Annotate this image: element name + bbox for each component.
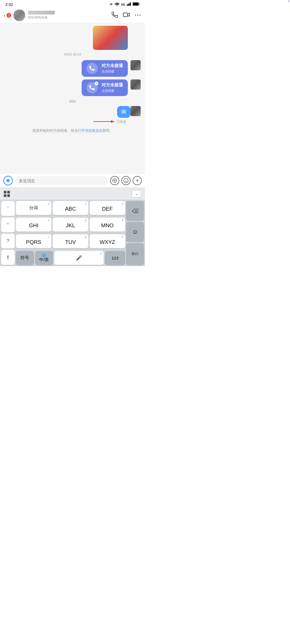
image-message: [4, 26, 141, 50]
backspace-key[interactable]: [126, 201, 144, 221]
contact-name: [28, 11, 55, 14]
delivery-label: 已送达: [117, 119, 126, 124]
missed-call-text-1: 对方未接通 点击回拨: [102, 63, 123, 74]
key-lang-label: 中/英: [39, 257, 49, 263]
timestamp-1: 04/12 20:14: [4, 53, 141, 56]
key-7-label: PQRS: [26, 239, 41, 245]
notification-text: 想及时收到对方的回复，快去打开消息推送设置吧。: [10, 128, 135, 134]
keyboard-bottom-row: 符号 🌐 中/英 0 🎤 123: [15, 250, 126, 266]
video-call-icon[interactable]: [123, 12, 130, 19]
question-key[interactable]: ?: [1, 234, 15, 249]
unread-badge: 2: [6, 13, 11, 18]
missed-call-bubble-1[interactable]: ✕ 对方未接通 点击回拨: [82, 60, 128, 77]
key-symbol-label: 符号: [20, 255, 29, 261]
missed-call-phone-icon-1: ✕: [86, 63, 98, 74]
battery-icon: [133, 2, 140, 7]
more-icon[interactable]: ···: [135, 12, 141, 19]
apostrophe-key[interactable]: ': [1, 201, 15, 216]
back-button[interactable]: ‹ 2: [4, 13, 11, 18]
5g-badge: 5G: [121, 3, 125, 6]
key-lang[interactable]: 🌐 中/英: [35, 251, 53, 265]
voice-record-button[interactable]: [3, 176, 13, 185]
key-zero-mic: 🎤: [76, 255, 82, 261]
key-1-label: 分词: [29, 205, 38, 211]
key-3-def[interactable]: 3 DEF: [90, 201, 125, 215]
emoji-face-icon: ☺: [132, 228, 138, 235]
key-2-abc[interactable]: 2 ABC: [53, 201, 88, 215]
key-4-label: GHI: [29, 222, 38, 229]
missed-call-message-1: ✕ 对方未接通 点击回拨: [4, 60, 141, 77]
keyboard-row-3: 7 PQRS 8 TUV 9 WXYZ: [15, 233, 126, 250]
svg-rect-4: [130, 2, 131, 6]
key-symbol[interactable]: 符号: [16, 251, 34, 265]
notification-link[interactable]: 打开消息推送设置: [78, 129, 106, 133]
enter-key[interactable]: 换行: [126, 243, 144, 265]
voice-emoji-button[interactable]: [110, 176, 119, 185]
key-4-num: 4: [48, 219, 50, 222]
key-3-num: 3: [122, 202, 123, 205]
missed-call-bubble-2[interactable]: ✕ 对方未接通 点击回拨: [82, 79, 128, 96]
key-5-num: 5: [85, 219, 86, 222]
add-button[interactable]: +: [133, 176, 142, 185]
user-avatar-out: [130, 106, 141, 116]
contact-info: 30分钟内在线: [28, 11, 112, 20]
key-3-label: DEF: [102, 206, 113, 212]
key-6-label: MNO: [101, 222, 114, 229]
key-8-tuv[interactable]: 8 TUV: [53, 234, 88, 248]
svg-rect-3: [129, 3, 130, 6]
delivery-arrow-icon: [93, 119, 115, 124]
keyboard-toolbar-left: [4, 191, 10, 197]
svg-marker-10: [111, 120, 115, 123]
svg-rect-6: [139, 3, 139, 5]
key-9-label: WXYZ: [100, 239, 115, 245]
voice-dot-icon: [6, 179, 10, 182]
svg-point-0: [117, 5, 118, 6]
key-zero-num: 0: [100, 252, 102, 255]
grid-icon[interactable]: [4, 191, 10, 197]
keyboard-hide-button[interactable]: ⌄: [132, 190, 141, 197]
contact-avatar: [13, 9, 25, 21]
emoji-button[interactable]: [121, 176, 130, 185]
svg-rect-1: [127, 5, 128, 6]
key-2-label: ABC: [65, 206, 76, 212]
missed-call-phone-icon-2: ✕: [86, 82, 98, 93]
key-1-num: 1: [48, 202, 50, 205]
key-123[interactable]: 123: [105, 251, 125, 265]
key-6-mno[interactable]: 6 MNO: [90, 218, 125, 232]
keyboard-center: 1 分词 2 ABC 3 DEF 4 GHI 5: [15, 200, 126, 266]
key-zero[interactable]: 0 🎤: [54, 251, 104, 265]
wifi-icon: [115, 2, 119, 7]
missed-call-text-2: 对方未接通 点击回拨: [102, 82, 123, 93]
svg-rect-8: [123, 13, 128, 17]
key-4-ghi[interactable]: 4 GHI: [16, 218, 51, 232]
message-bubble-ah: 啊: [117, 106, 130, 118]
degree-key[interactable]: °: [1, 217, 15, 232]
timestamp-2: 刚刚: [4, 99, 141, 104]
voice-call-icon[interactable]: [112, 12, 118, 19]
chat-area: 04/12 20:14 ✕ 对方未接通 点击回拨 ✕: [0, 23, 145, 173]
header-actions: ···: [112, 12, 141, 19]
keyboard-row-1: 1 分词 2 ABC 3 DEF: [15, 200, 126, 216]
key-1-fenci[interactable]: 1 分词: [16, 201, 51, 215]
exclaim-key[interactable]: !: [1, 250, 15, 265]
svg-point-12: [114, 180, 115, 181]
keyboard-row-2: 4 GHI 5 JKL 6 MNO: [15, 216, 126, 233]
key-2-num: 2: [85, 202, 86, 205]
message-input[interactable]: [15, 176, 108, 185]
key-7-pqrs[interactable]: 7 PQRS: [16, 234, 51, 248]
key-9-wxyz[interactable]: 9 WXYZ: [90, 234, 125, 248]
enter-label: 换行: [132, 251, 139, 256]
keyboard-right-column: ☺ 换行: [126, 200, 145, 266]
delivery-status-row: 已送达: [4, 119, 141, 124]
svg-point-17: [124, 178, 128, 183]
key-5-jkl[interactable]: 5 JKL: [53, 218, 88, 232]
key-8-label: TUV: [65, 239, 76, 245]
key-lang-globe: 🌐: [42, 253, 46, 257]
chat-header: ‹ 2 30分钟内在线 ···: [0, 8, 145, 23]
keyboard: ' ° ? ! 1 分词 2 ABC 3 DEF: [0, 200, 145, 266]
emoji-keyboard-key[interactable]: ☺: [126, 222, 144, 241]
status-bar: 2:02 👁 5G: [0, 0, 145, 8]
signal-icon: [127, 2, 131, 7]
key-9-num: 9: [122, 236, 123, 239]
input-area: +: [0, 173, 145, 188]
